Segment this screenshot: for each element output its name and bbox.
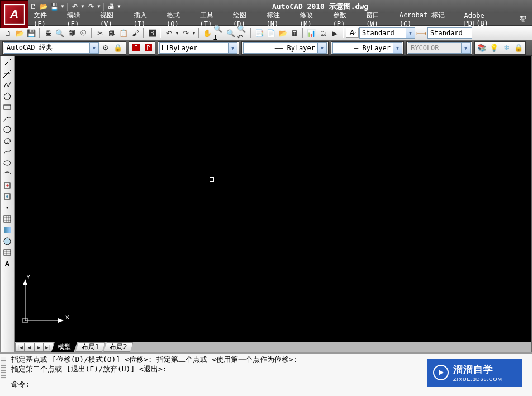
new-icon[interactable]: 🗋 xyxy=(2,27,13,39)
toolpalette-icon[interactable]: 🗂 xyxy=(317,27,329,39)
xline-icon[interactable] xyxy=(2,68,13,79)
pdf-export2-icon[interactable]: 🅿 xyxy=(142,42,154,54)
print-icon[interactable]: 🖶 xyxy=(42,27,54,39)
menu-modify[interactable]: 修改(M) xyxy=(297,13,327,25)
qat-open-icon[interactable]: 📂 xyxy=(39,2,49,11)
tab-nav-prev[interactable]: ◀ xyxy=(25,343,34,352)
match-icon[interactable]: 🖌 xyxy=(130,27,141,39)
block-icon[interactable]: 🅱 xyxy=(146,27,158,39)
text-style-a-icon[interactable]: A∕ xyxy=(346,28,359,38)
quickcalc-icon[interactable]: 🖩 xyxy=(289,27,300,39)
open-icon[interactable]: 📂 xyxy=(14,27,25,39)
qat-undo-icon[interactable]: ↶ xyxy=(70,2,79,11)
insert-block-icon[interactable] xyxy=(2,180,13,191)
drawing-canvas[interactable]: Y X xyxy=(15,56,531,342)
qat-new-icon[interactable]: 🗋 xyxy=(28,2,38,11)
make-block-icon[interactable] xyxy=(2,191,13,202)
layer-combo[interactable]: ByLayer ▼ xyxy=(159,42,238,54)
paste-icon[interactable]: 📋 xyxy=(118,27,129,39)
menu-acrobat[interactable]: Acrobat 标记(C) xyxy=(397,13,459,25)
layer-on-icon[interactable]: 💡 xyxy=(488,42,500,54)
tab-layout1[interactable]: 布局1 xyxy=(75,342,105,352)
dropdown-icon[interactable]: ▼ xyxy=(175,27,179,39)
dropdown-icon[interactable]: ▼ xyxy=(192,27,196,39)
dim-style-value: Standard xyxy=(428,29,472,37)
rectangle-icon[interactable] xyxy=(2,102,13,113)
dim-style-icon[interactable]: ⟼ xyxy=(416,27,427,39)
properties-icon[interactable]: 📑 xyxy=(254,27,265,39)
menu-tools[interactable]: 工具(T) xyxy=(197,13,228,25)
pan-icon[interactable]: ✋ xyxy=(202,27,213,39)
menu-pdf[interactable]: Adobe PDF(B) xyxy=(462,13,514,25)
table-icon[interactable] xyxy=(2,247,13,258)
spline-icon[interactable] xyxy=(2,146,13,158)
pdf-export-icon[interactable]: 🅿 xyxy=(130,42,141,54)
menu-view[interactable]: 视图(V) xyxy=(97,13,128,25)
grip-icon[interactable] xyxy=(1,357,6,379)
layer-freeze-icon[interactable]: ❄ xyxy=(501,42,512,54)
tab-nav-next[interactable]: ▶ xyxy=(34,343,44,352)
command-icon[interactable]: ▶ xyxy=(329,27,340,39)
save-icon[interactable]: 💾 xyxy=(26,27,37,39)
qat-undo-dropdown-icon[interactable]: ▼ xyxy=(80,2,85,11)
polyline-icon[interactable] xyxy=(2,79,13,90)
sheetset-icon[interactable]: 📄 xyxy=(265,27,277,39)
mtext-icon[interactable]: A xyxy=(2,258,13,269)
designcenter-icon[interactable]: 📊 xyxy=(306,27,317,39)
menu-file[interactable]: 文件(F) xyxy=(31,13,61,25)
qat-save-dropdown-icon[interactable]: ▼ xyxy=(60,2,65,11)
markup-icon[interactable]: 📂 xyxy=(277,27,288,39)
qat-redo-dropdown-icon[interactable]: ▼ xyxy=(97,2,101,11)
zoom-realtime-icon[interactable]: 🔍± xyxy=(213,27,225,39)
workspace-combo[interactable]: AutoCAD 经典 ▼ xyxy=(4,42,99,54)
menu-help[interactable]: 帮 xyxy=(517,13,529,25)
copy-icon[interactable]: 🗐 xyxy=(106,27,117,39)
layer-panel: ByLayer ▼ xyxy=(158,41,239,55)
workspace-lock-icon[interactable]: 🔒 xyxy=(112,42,124,54)
arc-icon[interactable] xyxy=(2,113,13,124)
layer-manager-icon[interactable]: 📚 xyxy=(476,42,487,54)
svg-point-6 xyxy=(4,161,11,165)
line-icon[interactable] xyxy=(2,57,13,68)
gradient-icon[interactable] xyxy=(2,225,13,236)
menu-parametric[interactable]: 参数(P) xyxy=(330,13,361,25)
menu-dimension[interactable]: 标注(N) xyxy=(264,13,294,25)
zoom-window-icon[interactable]: 🔍 xyxy=(225,27,236,39)
menu-format[interactable]: 格式(O) xyxy=(164,13,194,25)
tab-nav-first[interactable]: |◀ xyxy=(15,343,25,352)
linetype-combo[interactable]: —— ByLayer ▼ xyxy=(243,42,327,54)
undo-icon[interactable]: ↶ xyxy=(163,27,174,39)
menu-edit[interactable]: 编辑(E) xyxy=(64,13,95,25)
qat-print-dropdown-icon[interactable]: ▼ xyxy=(117,2,121,11)
zoom-previous-icon[interactable]: 🔍↶ xyxy=(237,27,248,39)
layer-lock-icon[interactable]: 🔒 xyxy=(513,42,524,54)
point-icon[interactable] xyxy=(2,202,13,213)
revcloud-icon[interactable] xyxy=(2,135,13,146)
cut-icon[interactable]: ✂ xyxy=(94,27,106,39)
menu-insert[interactable]: 插入(I) xyxy=(131,13,162,25)
region-icon[interactable] xyxy=(2,236,13,247)
qat-print-icon[interactable]: 🖶 xyxy=(106,2,116,11)
tab-model[interactable]: 模型 xyxy=(51,342,77,352)
lineweight-combo[interactable]: — ByLayer ▼ xyxy=(332,42,402,54)
ellipse-icon[interactable] xyxy=(2,158,13,169)
tab-nav-last[interactable]: ▶| xyxy=(44,343,53,352)
tab-layout2[interactable]: 布局2 xyxy=(103,342,133,352)
redo-icon[interactable]: ↷ xyxy=(180,27,191,39)
publish-icon[interactable]: 🗐 xyxy=(66,27,77,39)
3dprint-icon[interactable]: ⦾ xyxy=(78,27,89,39)
plotstyle-combo[interactable]: BYCOLOR ▼ xyxy=(408,42,471,54)
workspace-settings-icon[interactable]: ⚙ xyxy=(100,42,111,54)
application-menu-button[interactable]: A xyxy=(0,0,28,28)
polygon-icon[interactable] xyxy=(2,90,13,102)
ellipse-arc-icon[interactable] xyxy=(2,169,13,180)
qat-redo-icon[interactable]: ↷ xyxy=(86,2,96,11)
menu-draw[interactable]: 绘图(D) xyxy=(230,13,261,25)
preview-icon[interactable]: 🔍 xyxy=(54,27,65,39)
circle-icon[interactable] xyxy=(2,124,13,135)
qat-save-icon[interactable]: 💾 xyxy=(50,2,59,11)
menu-window[interactable]: 窗口(W) xyxy=(363,13,394,25)
hatch-icon[interactable] xyxy=(2,213,13,225)
text-style-combo[interactable]: Standard ▼ xyxy=(359,27,415,39)
dim-style-combo[interactable]: Standard xyxy=(428,27,472,39)
